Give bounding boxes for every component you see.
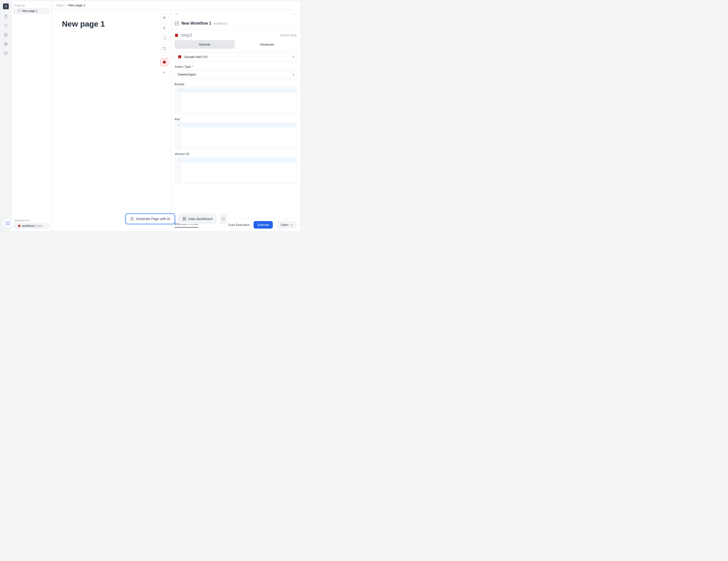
workflow-icon [18, 225, 21, 228]
tab-advanced[interactable]: Advanced [237, 40, 297, 49]
auto-execution-label: Auto Execution [228, 223, 250, 227]
version-id-input[interactable]: 1 [175, 157, 297, 184]
page-icon [18, 10, 21, 12]
svg-rect-16 [183, 219, 184, 220]
datasource-select[interactable]: Sample AWS S3 ▴▾ [175, 52, 297, 61]
tab-general[interactable]: General [175, 40, 235, 49]
svg-rect-8 [175, 34, 178, 37]
action-type-label: Action Type * [175, 65, 297, 69]
workflow-subtitle: workflow1 [214, 22, 228, 25]
svg-point-4 [6, 52, 6, 53]
shuffle-tool[interactable] [160, 34, 168, 42]
datasource-value: Sample AWS S3 [184, 55, 207, 59]
svg-point-12 [131, 219, 132, 219]
breadcrumb-root[interactable]: Hops [56, 3, 63, 7]
action-type-select[interactable]: DeleteObject ▴▾ [175, 70, 297, 79]
avatar[interactable]: H [3, 3, 9, 9]
aws-step-tool[interactable] [160, 58, 168, 66]
chevron-up-double-icon [290, 224, 293, 227]
key-label: Key [175, 117, 297, 121]
bucket-label: Bucket [175, 82, 297, 86]
logo-badge[interactable] [3, 218, 13, 228]
svg-rect-10 [163, 61, 166, 64]
workflow-title[interactable]: New Workflow 1 [181, 21, 211, 26]
key-input[interactable]: 1 [175, 122, 297, 149]
subpage-item[interactable]: › workflow1 (New ... [13, 223, 50, 229]
svg-rect-11 [131, 218, 134, 220]
page-sidebar: Page list › New page 1 Subpage list › wo… [12, 1, 51, 231]
more-icon[interactable]: ··· [293, 13, 297, 16]
svg-point-5 [6, 53, 7, 53]
svg-point-0 [5, 24, 7, 27]
page-list-label: Page list [13, 3, 50, 8]
generate-ai-label: Generate Page with AI [136, 217, 170, 221]
breadcrumb-current: New page 1 [68, 3, 85, 7]
svg-point-2 [5, 42, 7, 43]
pages-icon[interactable] [4, 14, 8, 19]
vertical-toolbar [160, 14, 168, 77]
svg-rect-14 [183, 218, 184, 219]
updown-icon: ▴▾ [293, 55, 294, 58]
main: Hops / New page 1 New page 1 ··· [52, 1, 300, 231]
canvas: New page 1 [52, 10, 171, 231]
aws-icon [178, 55, 182, 59]
svg-point-13 [132, 219, 133, 219]
action-type-value: DeleteObject [178, 73, 196, 76]
settings-icon[interactable] [4, 33, 8, 37]
bolt-tool[interactable] [160, 24, 168, 32]
toolbar-divider [160, 55, 168, 56]
page-title[interactable]: New page 1 [62, 20, 161, 29]
svg-rect-17 [185, 219, 186, 220]
chevron-right-icon: › [14, 10, 17, 12]
breadcrumb: Hops / New page 1 [56, 3, 85, 7]
breadcrumb-sep: / [65, 3, 66, 7]
icon-rail: H [1, 1, 11, 231]
workflow-edit-icon [175, 21, 179, 26]
search-icon[interactable] [4, 23, 8, 28]
svg-point-1 [5, 34, 6, 35]
svg-rect-6 [18, 225, 20, 227]
open-button[interactable]: Open [277, 221, 297, 229]
aws-icon [175, 33, 178, 37]
code-gutter: 1 [175, 158, 181, 183]
hash-tool[interactable] [160, 14, 168, 22]
suggestion-chips: Generate Page with AI Data dashboard [125, 214, 227, 224]
right-panel: ··· New Workflow 1 workflow1 step1 [171, 10, 300, 231]
subpage-item-label: workflow1 (New ... [22, 224, 46, 228]
add-step-button[interactable] [160, 68, 168, 77]
delete-step-button[interactable]: Delete Step [280, 33, 297, 37]
auto-execution-toggle[interactable]: Auto Execution [224, 223, 250, 227]
code-gutter: 1 [175, 88, 181, 114]
page-item[interactable]: › New page 1 [13, 8, 50, 14]
subpage-list-label: Subpage list [13, 218, 50, 223]
more-chip[interactable] [220, 214, 227, 224]
version-id-label: Version ID [175, 152, 297, 156]
topbar: Hops / New page 1 [52, 1, 300, 10]
code-gutter: 1 [175, 123, 181, 149]
svg-rect-9 [178, 55, 181, 58]
updown-icon: ▴▾ [293, 73, 294, 76]
execute-button[interactable]: Execute [254, 221, 273, 229]
svg-rect-15 [185, 218, 186, 219]
bucket-input[interactable]: 1 [175, 88, 297, 114]
chevron-right-icon: › [14, 225, 17, 228]
data-dashboard-label: Data dashboard [188, 217, 213, 221]
data-dashboard-button[interactable]: Data dashboard [178, 214, 217, 224]
generate-ai-button[interactable]: Generate Page with AI [125, 214, 175, 224]
history-tool[interactable] [160, 44, 168, 53]
database-icon[interactable] [4, 42, 8, 46]
svg-point-18 [222, 218, 225, 220]
page-item-label: New page 1 [22, 9, 38, 13]
collapse-icon[interactable] [175, 12, 178, 17]
step-name[interactable]: step1 [181, 33, 192, 38]
palette-icon[interactable] [4, 51, 8, 56]
